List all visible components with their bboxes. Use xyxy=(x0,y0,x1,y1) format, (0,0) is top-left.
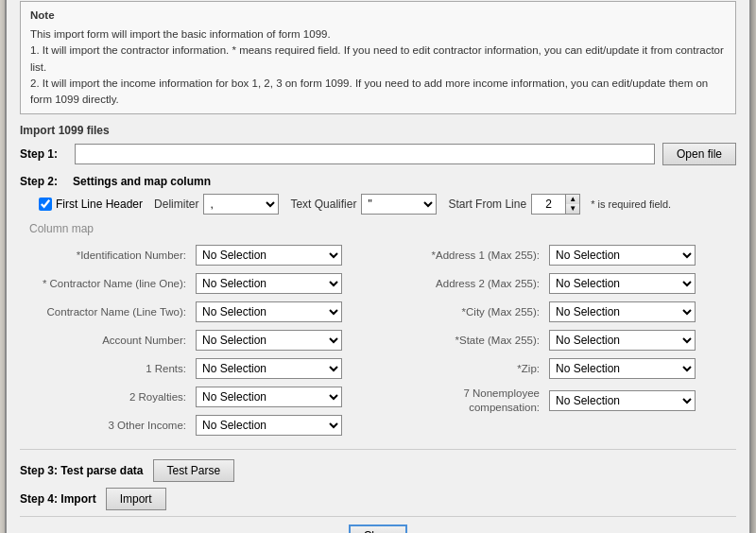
select-address1[interactable]: No SelectionColumn 1Column 2 xyxy=(549,245,696,266)
step2-label: Step 2: xyxy=(20,175,67,188)
map-row-contractor-name-1: * Contractor Name (line One): No Selecti… xyxy=(29,269,383,298)
column-map-left: *Identification Number: No SelectionColu… xyxy=(29,241,383,439)
test-parse-button[interactable]: Test Parse xyxy=(153,459,235,482)
map-row-city: *City (Max 255): No SelectionColumn 1Col… xyxy=(383,298,736,326)
footer: Close xyxy=(20,516,736,533)
separator xyxy=(20,449,736,450)
select-contractor-name-1[interactable]: No SelectionColumn 1Column 2 xyxy=(196,273,342,294)
note-line2: 1. It will import the contractor informa… xyxy=(30,43,726,76)
step4-label: Step 4: Import xyxy=(20,492,96,506)
step3-row: Step 3: Test parse data Test Parse xyxy=(20,459,736,482)
map-row-identification: *Identification Number: No SelectionColu… xyxy=(29,241,383,269)
main-window: 📋 Import 1099 ─ □ ✕ Note This import for… xyxy=(5,0,751,533)
map-row-state: *State (Max 255): No SelectionColumn 1Co… xyxy=(383,326,736,354)
label-identification: *Identification Number: xyxy=(29,249,190,261)
start-from-line-input[interactable] xyxy=(531,194,565,215)
label-other-income: 3 Other Income: xyxy=(29,420,190,431)
select-city[interactable]: No SelectionColumn 1Column 2 xyxy=(549,301,696,322)
close-button[interactable]: Close xyxy=(349,524,408,533)
label-address1: *Address 1 (Max 255): xyxy=(383,249,543,261)
step2-settings-label: Settings and map column xyxy=(73,175,211,188)
select-state[interactable]: No SelectionColumn 1Column 2 xyxy=(549,330,696,351)
label-zip: *Zip: xyxy=(383,363,543,374)
map-row-contractor-name-2: Contractor Name (Line Two): No Selection… xyxy=(29,298,383,326)
text-qualifier-select[interactable]: " ' None xyxy=(361,194,437,215)
map-row-account-number: Account Number: No SelectionColumn 1Colu… xyxy=(29,326,383,354)
map-row-zip: *Zip: No SelectionColumn 1Column 2 xyxy=(383,354,736,383)
label-address2: Address 2 (Max 255): xyxy=(383,278,543,289)
spinner-buttons: ▲ ▼ xyxy=(565,194,580,215)
start-from-line-group: Start From Line ▲ ▼ * is required field. xyxy=(448,194,671,215)
select-contractor-name-2[interactable]: No SelectionColumn 1Column 2 xyxy=(196,301,342,322)
note-line1: This import form will import the basic i… xyxy=(30,26,726,43)
select-zip[interactable]: No SelectionColumn 1Column 2 xyxy=(549,358,696,379)
label-contractor-name-1: * Contractor Name (line One): xyxy=(29,278,190,289)
step1-file-input[interactable] xyxy=(75,144,655,164)
text-qualifier-label: Text Qualifier xyxy=(290,198,356,211)
step1-row: Step 1: Open file xyxy=(20,143,736,165)
start-from-line-label: Start From Line xyxy=(448,198,526,211)
select-address2[interactable]: No SelectionColumn 1Column 2 xyxy=(549,273,696,294)
map-row-rents: 1 Rents: No SelectionColumn 1Column 2 xyxy=(29,354,383,383)
delimiter-select[interactable]: , ; | Tab xyxy=(203,194,279,215)
note-title: Note xyxy=(30,8,726,24)
label-nonemployee: 7 Nonemployeecompensation: xyxy=(383,387,543,415)
import-files-label: Import 1099 files xyxy=(20,124,736,137)
label-rents: 1 Rents: xyxy=(29,363,190,374)
note-box: Note This import form will import the ba… xyxy=(20,1,736,115)
label-city: *City (Max 255): xyxy=(383,306,543,318)
step2-settings-row: First Line Header Delimiter , ; | Tab Te… xyxy=(39,194,736,215)
column-map-section: Column map *Identification Number: No Se… xyxy=(20,222,736,439)
column-map-right: *Address 1 (Max 255): No SelectionColumn… xyxy=(383,241,736,439)
required-note: * is required field. xyxy=(591,198,671,210)
delimiter-label: Delimiter xyxy=(154,198,198,211)
first-line-header-text: First Line Header xyxy=(56,198,143,211)
map-row-other-income: 3 Other Income: No SelectionColumn 1Colu… xyxy=(29,411,383,439)
open-file-button[interactable]: Open file xyxy=(662,143,736,165)
map-row-royalties: 2 Royalties: No SelectionColumn 1Column … xyxy=(29,383,383,411)
label-account-number: Account Number: xyxy=(29,335,190,346)
column-map-title: Column map xyxy=(29,222,736,235)
note-line3: 2. It will import the income information… xyxy=(30,76,726,109)
first-line-header-label[interactable]: First Line Header xyxy=(39,198,143,211)
map-row-nonemployee: 7 Nonemployeecompensation: No SelectionC… xyxy=(383,383,736,419)
select-account-number[interactable]: No SelectionColumn 1Column 2 xyxy=(196,330,342,351)
spinner-down-button[interactable]: ▼ xyxy=(566,204,579,214)
column-map-grid: *Identification Number: No SelectionColu… xyxy=(29,241,736,439)
main-content: Note This import form will import the ba… xyxy=(7,0,749,533)
select-rents[interactable]: No SelectionColumn 1Column 2 xyxy=(196,358,342,379)
step1-label: Step 1: xyxy=(20,147,67,161)
import-button[interactable]: Import xyxy=(106,488,166,510)
delimiter-group: Delimiter , ; | Tab xyxy=(154,194,279,215)
label-royalties: 2 Royalties: xyxy=(29,391,190,403)
label-state: *State (Max 255): xyxy=(383,335,543,346)
select-identification[interactable]: No SelectionColumn 1Column 2 xyxy=(196,245,342,266)
select-nonemployee[interactable]: No SelectionColumn 1Column 2 xyxy=(549,390,696,411)
step3-label: Step 3: Test parse data xyxy=(20,464,144,477)
step4-row: Step 4: Import Import xyxy=(20,488,736,510)
map-row-address2: Address 2 (Max 255): No SelectionColumn … xyxy=(383,269,736,298)
map-row-address1: *Address 1 (Max 255): No SelectionColumn… xyxy=(383,241,736,269)
text-qualifier-group: Text Qualifier " ' None xyxy=(290,194,437,215)
first-line-header-checkbox[interactable] xyxy=(39,198,52,211)
label-contractor-name-2: Contractor Name (Line Two): xyxy=(29,306,190,318)
select-other-income[interactable]: No SelectionColumn 1Column 2 xyxy=(196,415,342,436)
start-from-line-spinner: ▲ ▼ xyxy=(531,194,580,215)
select-royalties[interactable]: No SelectionColumn 1Column 2 xyxy=(196,387,342,407)
spinner-up-button[interactable]: ▲ xyxy=(566,195,579,204)
